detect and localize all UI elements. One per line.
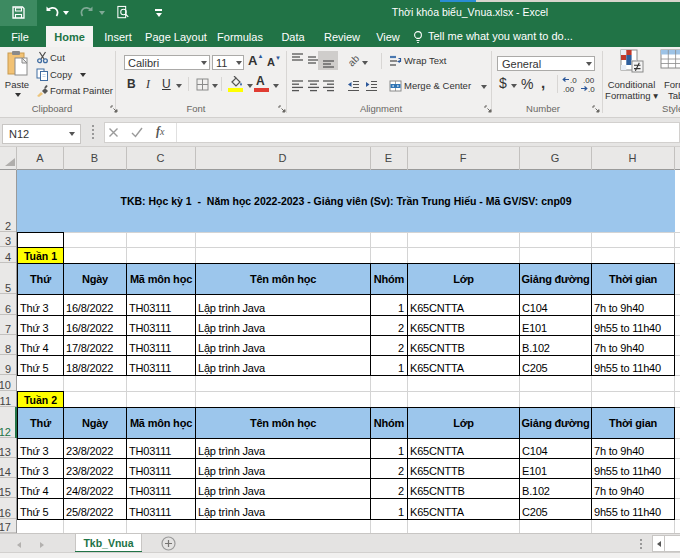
svg-text:.0: .0 <box>570 76 577 85</box>
svg-text:.0: .0 <box>588 85 595 94</box>
svg-text:.00: .00 <box>563 85 575 94</box>
svg-text:.00: .00 <box>583 76 595 85</box>
